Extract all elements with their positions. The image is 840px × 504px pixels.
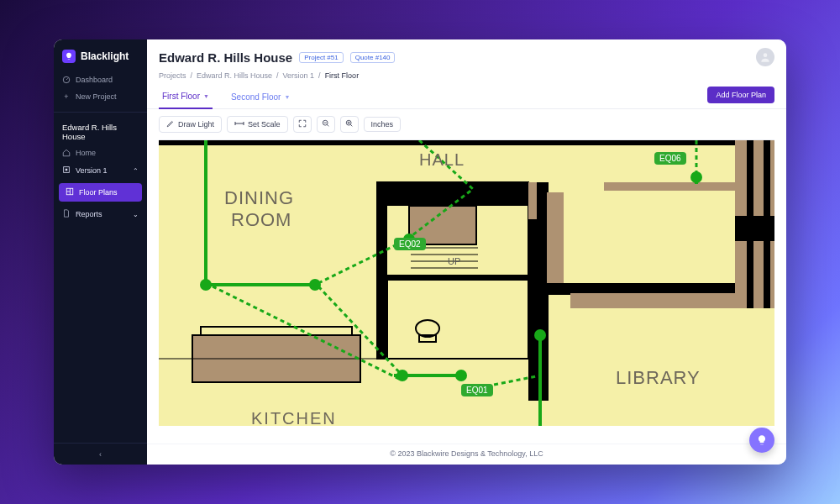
scale-icon [234, 119, 244, 129]
divider [54, 112, 147, 113]
svg-rect-8 [159, 140, 774, 145]
svg-rect-26 [528, 182, 537, 219]
sidebar-collapse[interactable]: ‹ [54, 443, 147, 465]
plus-icon: + [62, 92, 71, 101]
svg-rect-13 [377, 182, 387, 359]
tab-second-floor[interactable]: Second Floor ▼ [228, 87, 293, 108]
svg-rect-19 [387, 280, 528, 359]
room-label-kitchen: KITCHEN [251, 409, 337, 428]
home-icon [62, 149, 71, 157]
svg-rect-2 [66, 169, 68, 171]
svg-point-43 [396, 370, 408, 381]
chevron-down-icon: ⌄ [133, 211, 139, 218]
svg-point-46 [690, 171, 702, 183]
expand-icon [298, 119, 307, 129]
breadcrumb: Projects / Edward R. Hills House / Versi… [147, 71, 786, 87]
lightbulb-icon [756, 434, 768, 446]
tool-units[interactable]: Inches [364, 117, 402, 132]
reports-icon [62, 209, 71, 219]
room-label-dining2: ROOM [231, 209, 291, 231]
nav-new-project[interactable]: + New Project [54, 88, 147, 105]
main-area: Edward R. Hills House Project #51 Quote … [147, 39, 786, 465]
footer-copyright: © 2023 Blackwire Designs & Technology, L… [147, 444, 786, 465]
tool-zoom-out[interactable] [317, 116, 335, 133]
svg-point-45 [534, 329, 546, 341]
nav-dashboard[interactable]: Dashboard [54, 71, 147, 88]
crumb-projects[interactable]: Projects [159, 71, 186, 80]
tool-fit[interactable] [293, 116, 312, 133]
chevron-up-icon: ⌃ [133, 167, 139, 175]
toolbar: Draw Light Set Scale [147, 109, 786, 139]
crumb-project[interactable]: Edward R. Hills House [197, 71, 272, 80]
svg-point-4 [764, 53, 768, 57]
avatar[interactable] [756, 48, 774, 66]
svg-rect-31 [735, 216, 774, 241]
equipment-label-eq02[interactable]: EQ02 [394, 238, 426, 250]
tool-set-scale[interactable]: Set Scale [227, 116, 288, 133]
brand-logo-icon [62, 50, 76, 63]
tool-draw-light[interactable]: Draw Light [159, 116, 222, 133]
zoom-in-icon [345, 119, 354, 129]
dashboard-icon [62, 76, 71, 84]
room-label-dining: DINING [224, 187, 294, 209]
nav-version[interactable]: Version 1 ⌃ [54, 161, 147, 180]
sidebar: Blacklight Dashboard + New Project Edwar… [54, 39, 147, 465]
crumb-current: First Floor [325, 71, 360, 80]
brand-name: Blacklight [81, 50, 129, 62]
chip-quote[interactable]: Quote #140 [350, 52, 396, 63]
equipment-label-eq01[interactable]: EQ01 [461, 384, 493, 396]
svg-point-41 [309, 279, 321, 291]
floor-plan-icon [66, 187, 74, 197]
svg-rect-10 [377, 182, 528, 206]
tab-first-floor[interactable]: First Floor ▼ [159, 87, 213, 109]
page-title: Edward R. Hills House [159, 50, 292, 65]
room-label-library: LIBRARY [616, 367, 701, 389]
caret-down-icon: ▼ [203, 93, 209, 99]
tabs-row: First Floor ▼ Second Floor ▼ Add Floor P… [147, 87, 786, 109]
caret-down-icon: ▼ [284, 94, 290, 100]
room-label-hall: HALL [419, 150, 465, 170]
nav-reports[interactable]: Reports ⌄ [54, 205, 147, 223]
chip-project[interactable]: Project #51 [299, 52, 343, 63]
floor-plan-canvas[interactable]: HALL DINING ROOM LIBRARY KITCHEN UP EQ02… [159, 139, 774, 444]
tool-zoom-in[interactable] [340, 116, 359, 133]
pen-icon [166, 119, 175, 129]
help-fab[interactable] [749, 428, 774, 453]
chevron-left-icon: ‹ [99, 450, 102, 459]
zoom-out-icon [322, 119, 330, 129]
app-window: Blacklight Dashboard + New Project Edwar… [54, 39, 786, 465]
svg-point-40 [200, 279, 212, 291]
add-floor-plan-button[interactable]: Add Floor Plan [707, 87, 774, 103]
crumb-version[interactable]: Version 1 [283, 71, 315, 80]
sidebar-project-name[interactable]: Edward R. Hills House [54, 119, 147, 144]
stair-label-up: UP [448, 256, 460, 266]
brand[interactable]: Blacklight [54, 39, 147, 71]
nav-home[interactable]: Home [54, 144, 147, 161]
nav-floor-plans[interactable]: Floor Plans [59, 183, 142, 202]
svg-rect-23 [547, 192, 564, 285]
svg-point-44 [455, 370, 467, 381]
equipment-label-eq06[interactable]: EQ06 [654, 152, 686, 165]
header: Edward R. Hills House Project #51 Quote … [147, 39, 786, 71]
version-icon [62, 165, 71, 176]
